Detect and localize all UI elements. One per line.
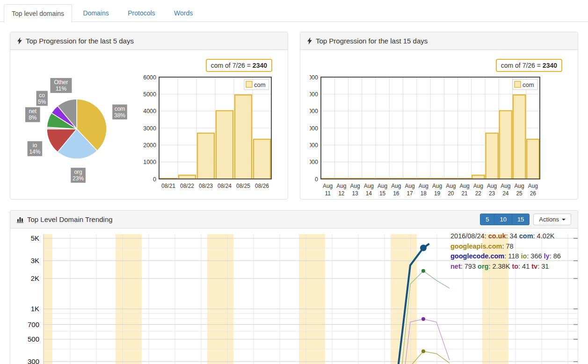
svg-text:08/26: 08/26 (255, 183, 269, 189)
tab-domains[interactable]: Domains (75, 4, 117, 22)
svg-text:24: 24 (502, 190, 509, 197)
svg-text:Aug: Aug (459, 183, 469, 189)
bar-chart-icon (17, 216, 24, 223)
svg-text:Aug: Aug (377, 183, 387, 189)
svg-text:1000: 1000 (310, 159, 318, 165)
svg-text:5000: 5000 (143, 91, 156, 98)
svg-text:com: com (115, 106, 125, 112)
svg-text:Aug: Aug (514, 183, 524, 189)
svg-text:Aug: Aug (350, 183, 360, 189)
svg-text:net: net (29, 108, 36, 114)
range-button-10[interactable]: 10 (494, 214, 512, 225)
svg-text:1000: 1000 (143, 159, 156, 165)
svg-text:0: 0 (153, 176, 156, 183)
svg-text:16: 16 (393, 190, 399, 197)
trending-controls: 5 10 15 Actions (480, 214, 571, 225)
svg-text:21: 21 (461, 190, 468, 197)
svg-text:2000: 2000 (310, 142, 318, 149)
svg-text:26: 26 (530, 190, 537, 197)
svg-text:22: 22 (475, 190, 482, 197)
svg-text:08/22: 08/22 (180, 183, 194, 189)
trending-body: 5K3K2K1K700500300 2016/08/24: co.uk: 34 … (10, 228, 578, 364)
svg-text:Aug: Aug (487, 183, 497, 189)
svg-text:08/25: 08/25 (236, 183, 250, 189)
tld-pie-chart[interactable]: com38%org23%io14%net8%co5%Other11% (14, 71, 147, 199)
com-bar-chart-5-days[interactable]: 010002000300040005000600008/2108/2208/23… (141, 71, 287, 194)
dashboard-page: Top level domains Domains Protocols Word… (0, 0, 588, 364)
lightning-icon (307, 37, 312, 44)
svg-text:Aug: Aug (364, 183, 374, 189)
svg-text:5000: 5000 (310, 91, 318, 98)
range-button-5[interactable]: 5 (480, 214, 494, 225)
svg-text:com: com (523, 81, 534, 88)
svg-text:Aug: Aug (323, 183, 333, 189)
actions-dropdown-button[interactable]: Actions (533, 214, 571, 225)
caret-down-icon (562, 219, 566, 221)
svg-text:org: org (74, 169, 82, 175)
svg-text:08/21: 08/21 (161, 183, 175, 189)
hover-value-badge-15: com of 7/26 = 2340 (496, 59, 562, 72)
svg-text:14%: 14% (29, 149, 40, 155)
svg-text:3K: 3K (31, 257, 39, 264)
svg-text:08/24: 08/24 (218, 183, 232, 189)
panel-5-days-header: Top Progression for the last 5 days (10, 32, 288, 50)
trending-header: Top Level Domain Trending 5 10 15 Action… (10, 211, 578, 228)
tooltip-line: googleapis.com: 78 (450, 242, 561, 252)
svg-text:co: co (39, 92, 45, 99)
svg-text:08/23: 08/23 (199, 183, 213, 189)
tab-bar: Top level domains Domains Protocols Word… (0, 0, 588, 22)
panel-15-days-header: Top Progression for the last 15 days (300, 32, 578, 50)
svg-text:Aug: Aug (473, 183, 483, 189)
trending-hover-tooltip: 2016/08/24: co.uk: 34 com: 4.02Kgoogleap… (450, 231, 561, 271)
range-button-15[interactable]: 15 (512, 214, 530, 225)
tab-words[interactable]: Words (166, 4, 201, 22)
svg-text:25: 25 (516, 190, 523, 197)
svg-text:11%: 11% (56, 86, 66, 92)
svg-text:2K: 2K (31, 274, 39, 282)
panel-top-progression-15-days: Top Progression for the last 15 days com… (300, 32, 578, 200)
tooltip-line: googlecode.com: 118 io: 366 ly: 86 (450, 251, 561, 262)
lightning-icon (17, 37, 22, 44)
range-button-group: 5 10 15 (480, 214, 530, 225)
svg-text:6000: 6000 (310, 74, 318, 81)
svg-text:38%: 38% (114, 112, 125, 119)
svg-text:Aug: Aug (391, 183, 401, 189)
svg-text:500: 500 (28, 335, 39, 343)
svg-text:Aug: Aug (432, 183, 442, 189)
panel-top-progression-5-days: Top Progression for the last 5 days com … (10, 32, 288, 200)
svg-text:8%: 8% (29, 114, 37, 121)
svg-text:2000: 2000 (143, 142, 156, 149)
svg-text:300: 300 (28, 357, 39, 364)
svg-text:Other: Other (54, 79, 68, 86)
svg-text:18: 18 (421, 190, 427, 197)
svg-text:6000: 6000 (143, 74, 156, 81)
svg-text:23: 23 (489, 190, 495, 197)
svg-text:Aug: Aug (419, 183, 428, 189)
tab-protocols[interactable]: Protocols (120, 4, 163, 22)
svg-text:13: 13 (352, 190, 358, 197)
com-bar-chart-15-days[interactable]: 0100020003000400050006000Aug11Aug12Aug13… (310, 71, 573, 199)
tab-top-level-domains[interactable]: Top level domains (4, 4, 72, 23)
hover-value-badge-5: com of 7/26 = 2340 (206, 59, 272, 72)
panel-5-days-title: Top Progression for the last 5 days (26, 37, 134, 45)
svg-text:3000: 3000 (143, 125, 156, 132)
svg-text:20: 20 (448, 190, 454, 197)
tooltip-line: 2016/08/24: co.uk: 34 com: 4.02K (450, 231, 561, 242)
tooltip-line: net: 793 org: 2.38K to: 41 tv: 31 (450, 262, 561, 272)
svg-text:19: 19 (434, 190, 441, 197)
svg-text:io: io (33, 142, 37, 149)
svg-text:com: com (254, 81, 266, 88)
svg-text:14: 14 (366, 190, 372, 197)
svg-text:15: 15 (379, 190, 386, 197)
panel-tld-trending: Top Level Domain Trending 5 10 15 Action… (10, 210, 578, 364)
svg-text:Aug: Aug (446, 183, 456, 189)
svg-text:3000: 3000 (310, 125, 318, 132)
trending-title: Top Level Domain Trending (27, 215, 113, 223)
svg-text:23%: 23% (73, 175, 84, 182)
svg-text:1K: 1K (31, 305, 39, 313)
svg-text:5%: 5% (38, 99, 46, 105)
svg-text:700: 700 (28, 321, 39, 328)
svg-text:Aug: Aug (528, 183, 538, 189)
svg-text:0: 0 (315, 176, 318, 183)
svg-text:5K: 5K (31, 234, 39, 242)
